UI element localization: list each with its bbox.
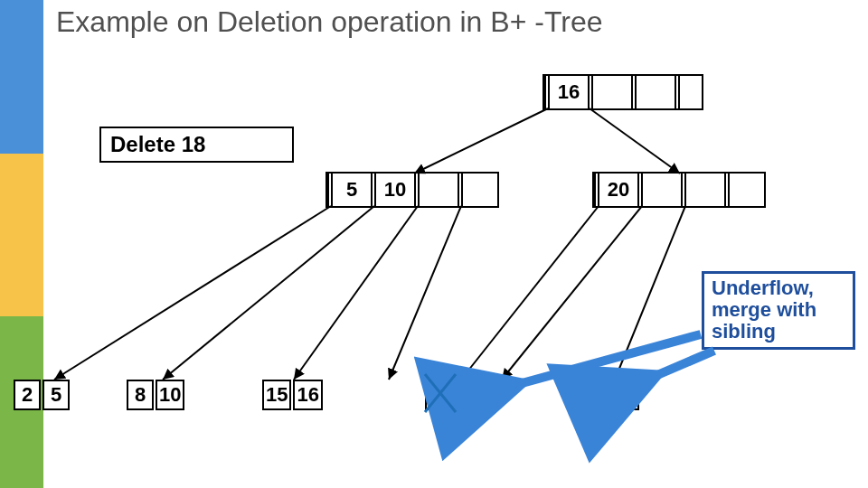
- page-title: Example on Deletion operation in B+ -Tre…: [56, 5, 602, 39]
- edges-overlay: [0, 0, 868, 488]
- merge-arrow-icon-2: [651, 351, 714, 378]
- btree-leaf-4: 22 29: [579, 380, 639, 410]
- btree-leaf-2: 15 16: [262, 380, 323, 410]
- leaf-4-key-1: 29: [609, 380, 638, 410]
- leaf-1-key-1: 10: [156, 380, 184, 410]
- btree-internal-node-0: 5 10: [326, 172, 499, 208]
- annotation-underflow: Underflow, merge with sibling: [702, 271, 855, 350]
- svg-line-3: [163, 206, 374, 380]
- svg-line-6: [461, 206, 599, 380]
- leaf-2-key-0: 15: [262, 380, 291, 410]
- leaf-1-key-0: 8: [127, 380, 154, 410]
- leaf-3-key-1: 20: [456, 380, 485, 410]
- btree-internal-node-1: 20: [592, 172, 766, 208]
- leaf-3-key-0: 18: [425, 380, 454, 410]
- svg-line-1: [590, 108, 680, 174]
- leaf-0-key-0: 2: [14, 380, 41, 410]
- btree-leaf-3: 18 20: [425, 380, 486, 410]
- internal-1-key-0: 20: [599, 174, 637, 206]
- operation-label: Delete 18: [99, 127, 294, 163]
- svg-line-4: [294, 206, 418, 380]
- internal-0-key-0: 5: [333, 174, 371, 206]
- internal-0-key-1: 10: [376, 174, 414, 206]
- btree-leaf-0: 2 5: [14, 380, 70, 410]
- leaf-0-key-1: 5: [42, 380, 70, 410]
- side-color-bar: [0, 0, 43, 488]
- leaf-4-key-0: 22: [579, 380, 608, 410]
- side-bar-blue: [0, 0, 43, 154]
- svg-line-8: [615, 206, 685, 380]
- leaf-2-key-1: 16: [293, 380, 322, 410]
- side-bar-yellow: [0, 154, 43, 316]
- svg-line-2: [54, 206, 331, 380]
- btree-leaf-1: 8 10: [127, 380, 184, 410]
- svg-line-5: [389, 206, 461, 380]
- root-key-0: 16: [550, 76, 588, 108]
- btree-root-node: 16: [542, 74, 703, 110]
- svg-line-7: [502, 206, 642, 380]
- merge-arrow-icon: [515, 334, 701, 385]
- svg-line-0: [414, 108, 548, 174]
